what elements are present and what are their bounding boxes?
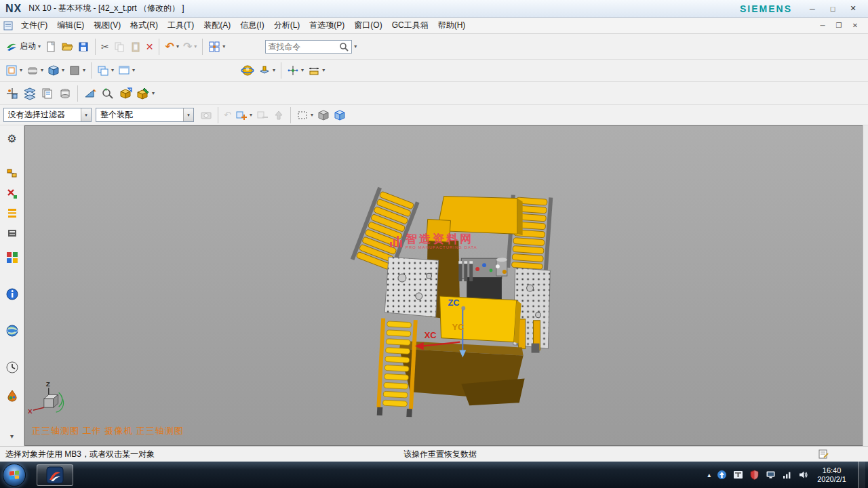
redo-button[interactable]: ↷ ▾ bbox=[181, 40, 199, 54]
command-search-input[interactable] bbox=[268, 42, 338, 52]
doc-close-button[interactable]: ✕ bbox=[848, 20, 863, 31]
selection-scope-dropdown[interactable]: 整个装配 ▾ bbox=[96, 108, 194, 122]
volume-icon[interactable] bbox=[798, 470, 808, 480]
selection-up-button[interactable] bbox=[271, 108, 287, 123]
chevron-down-icon[interactable]: ▾ bbox=[81, 108, 91, 121]
hidden-icons-chevron[interactable]: ▴ bbox=[707, 471, 711, 479]
assembly-constraints-button[interactable] bbox=[99, 85, 117, 102]
orient-view-button[interactable]: ▾ bbox=[3, 63, 24, 78]
move-component-button[interactable] bbox=[81, 85, 99, 102]
measure-button[interactable]: ▾ bbox=[306, 63, 327, 78]
snapshot-button[interactable] bbox=[198, 108, 214, 123]
security-shield-icon[interactable] bbox=[749, 470, 760, 480]
constraint-navigator-button[interactable] bbox=[5, 186, 20, 201]
save-button[interactable] bbox=[75, 39, 92, 54]
touch-mode-button[interactable]: ▾ bbox=[206, 39, 227, 54]
web-browser-button[interactable] bbox=[5, 323, 20, 338]
resource-bar-scroll-down[interactable]: ▾ bbox=[5, 428, 20, 443]
menu-information[interactable]: 信息(I) bbox=[235, 18, 269, 33]
show-desktop-button[interactable] bbox=[858, 462, 865, 488]
rotate-view-button[interactable] bbox=[239, 62, 256, 79]
xc-axis-label: XC bbox=[425, 330, 437, 340]
exploded-view-button[interactable] bbox=[117, 85, 134, 102]
windows-start-button[interactable] bbox=[3, 464, 26, 487]
new-file-button[interactable] bbox=[43, 39, 59, 54]
assembly-navigator-button[interactable] bbox=[5, 166, 20, 181]
menu-edit[interactable]: 编辑(E) bbox=[52, 18, 89, 33]
search-icon[interactable] bbox=[338, 41, 349, 52]
caret-icon: ▾ bbox=[354, 44, 357, 49]
update-icon[interactable] bbox=[717, 470, 727, 480]
edit-suppression-button[interactable]: ▾ bbox=[134, 85, 157, 102]
minimize-button[interactable]: ─ bbox=[803, 3, 822, 15]
menu-assemblies[interactable]: 装配(A) bbox=[199, 18, 235, 33]
select-wireframe-button[interactable] bbox=[332, 108, 348, 123]
reference-set-button[interactable] bbox=[56, 85, 74, 102]
menu-file[interactable]: 文件(F) bbox=[16, 18, 52, 33]
component-sheets-button[interactable] bbox=[39, 85, 56, 102]
search-options-button[interactable]: ▾ bbox=[352, 43, 359, 51]
lasso-button[interactable]: ▾ bbox=[294, 108, 315, 123]
selection-filter-dropdown[interactable]: 没有选择过滤器 ▾ bbox=[3, 108, 92, 122]
taskbar-clock[interactable]: 16:40 2020/2/1 bbox=[817, 466, 846, 484]
find-component-button[interactable] bbox=[3, 85, 21, 102]
save-icon bbox=[77, 41, 90, 53]
graphics-viewport[interactable]: ZC YC XC Z X bbox=[24, 125, 863, 446]
select-previous-button[interactable]: ↶ bbox=[222, 109, 233, 121]
menu-help[interactable]: 帮助(H) bbox=[433, 18, 471, 33]
caret-icon: ▾ bbox=[152, 91, 155, 96]
notes-icon[interactable] bbox=[818, 449, 829, 460]
undo-button[interactable]: ↶ ▾ bbox=[163, 40, 180, 54]
status-prompt: 选择对象并使用 MB3，或者双击某一对象 bbox=[5, 449, 155, 460]
control-panel-left bbox=[384, 257, 438, 317]
history-button[interactable] bbox=[5, 360, 20, 375]
document-icon[interactable] bbox=[3, 20, 14, 31]
close-button[interactable]: ✕ bbox=[844, 3, 863, 15]
ime-icon[interactable] bbox=[733, 470, 743, 480]
delete-button[interactable]: ✕ bbox=[144, 41, 156, 53]
background-button[interactable]: ▾ bbox=[66, 63, 87, 78]
materials-button[interactable] bbox=[5, 388, 20, 403]
render-style-button[interactable]: ▾ bbox=[24, 63, 45, 78]
display-icon[interactable] bbox=[766, 470, 776, 480]
menu-preferences[interactable]: 首选项(P) bbox=[304, 18, 349, 33]
select-solid-button[interactable] bbox=[315, 108, 332, 123]
remove-from-selection-button[interactable] bbox=[254, 108, 271, 123]
network-icon[interactable] bbox=[782, 470, 792, 480]
work-section-button[interactable]: ▾ bbox=[256, 63, 277, 78]
part-navigator-button[interactable] bbox=[5, 205, 20, 220]
view-cube-button[interactable]: ▾ bbox=[45, 63, 66, 78]
menu-view[interactable]: 视图(V) bbox=[89, 18, 125, 33]
taskbar-nx-app-button[interactable] bbox=[37, 464, 73, 486]
command-finder[interactable] bbox=[265, 40, 352, 54]
reuse-library-button[interactable] bbox=[5, 226, 20, 241]
open-file-button[interactable] bbox=[59, 39, 75, 54]
start-button[interactable]: 启动 ▾ bbox=[3, 39, 43, 54]
cut-icon: ✂ bbox=[101, 42, 109, 52]
layout-button[interactable]: ▾ bbox=[95, 63, 116, 78]
paste-button[interactable] bbox=[127, 39, 144, 54]
doc-minimize-button[interactable]: ─ bbox=[815, 20, 830, 31]
roles-gear-button[interactable]: ⚙ bbox=[5, 131, 20, 146]
display-mode-button[interactable]: ▾ bbox=[116, 63, 137, 78]
component-layers-button[interactable] bbox=[21, 85, 39, 102]
menu-format[interactable]: 格式(R) bbox=[125, 18, 163, 33]
copy-button[interactable] bbox=[111, 39, 127, 54]
maximize-button[interactable]: □ bbox=[823, 3, 842, 15]
constraints-icon bbox=[101, 87, 115, 100]
menu-tools[interactable]: 工具(T) bbox=[163, 18, 199, 33]
menu-window[interactable]: 窗口(O) bbox=[349, 18, 387, 33]
snap-point-button[interactable]: ▾ bbox=[285, 63, 306, 78]
doc-restore-button[interactable]: ❐ bbox=[831, 20, 846, 31]
chevron-down-icon[interactable]: ▾ bbox=[183, 108, 193, 121]
caret-icon: ▾ bbox=[132, 68, 135, 73]
caret-icon: ▾ bbox=[38, 44, 41, 49]
palette-button[interactable] bbox=[5, 250, 20, 265]
info-button[interactable] bbox=[5, 287, 20, 302]
add-selection-icon bbox=[235, 109, 248, 121]
menu-analysis[interactable]: 分析(L) bbox=[269, 18, 305, 33]
find-component-icon bbox=[5, 87, 19, 100]
cut-button[interactable]: ✂ bbox=[99, 41, 111, 53]
menu-gc-toolbox[interactable]: GC工具箱 bbox=[387, 18, 433, 33]
add-to-selection-button[interactable]: ▾ bbox=[233, 108, 254, 123]
